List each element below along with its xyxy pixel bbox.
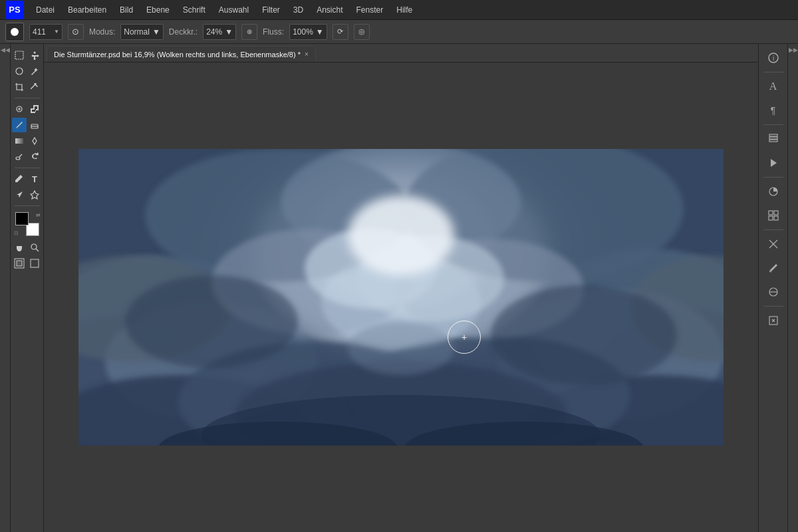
svg-line-6 [19, 154, 22, 157]
magic-wand-tool[interactable] [27, 64, 42, 78]
fluss-value: 100% [293, 27, 313, 37]
fullscreen-btn[interactable] [27, 256, 42, 271]
svg-point-1 [16, 68, 23, 74]
collapse-icon: ◀◀ [1, 47, 10, 53]
brush-size-input[interactable] [33, 27, 53, 37]
menu-filter[interactable]: Filter [257, 4, 285, 16]
smudge-tool[interactable] [27, 150, 42, 164]
hand-tool[interactable] [12, 240, 27, 255]
menu-bearbeiten[interactable]: Bearbeiten [63, 4, 112, 16]
menu-hilfe[interactable]: Hilfe [391, 4, 418, 16]
deckkraft-arrow: ▼ [225, 27, 233, 37]
layers-panel-icon[interactable] [762, 128, 785, 150]
brush-panel-icon2[interactable] [762, 257, 785, 279]
character-panel-icon[interactable]: A [762, 75, 785, 98]
color-panel-icon[interactable] [762, 180, 785, 203]
brush-size-arrow[interactable]: ▼ [54, 29, 59, 35]
character-icon-label: A [769, 80, 777, 92]
blur-tool[interactable] [27, 134, 42, 148]
tool-group-brush [12, 118, 42, 132]
eraser-tool[interactable] [27, 118, 42, 132]
spot-healing-tool[interactable] [12, 102, 27, 116]
text-tool[interactable]: T [27, 172, 42, 186]
tool-sep-1 [15, 98, 40, 98]
left-panel-collapse[interactable]: ◀◀ [0, 44, 11, 532]
adjustments-panel-icon[interactable] [762, 281, 785, 303]
menu-3d[interactable]: 3D [288, 4, 309, 16]
path-selection-tool[interactable] [12, 188, 27, 202]
optionsbar: ▼ ⊙ Modus: Normal ▼ Deckkr.: 24% ▼ ⊛ Flu… [0, 20, 798, 44]
right-sep-5 [763, 306, 783, 307]
menu-auswahl[interactable]: Auswahl [213, 4, 254, 16]
canvas-image[interactable] [78, 149, 724, 446]
play-panel-icon[interactable] [762, 152, 785, 174]
lasso-tool[interactable] [12, 64, 27, 78]
menu-fenster[interactable]: Fenster [351, 4, 389, 16]
pen-tool[interactable] [12, 172, 27, 186]
menu-schrift[interactable]: Schrift [178, 4, 211, 16]
svg-rect-48 [769, 140, 777, 142]
brush-options-icon[interactable]: ⊙ [68, 24, 84, 40]
svg-text:i: i [772, 55, 773, 62]
modus-arrow: ▼ [152, 27, 160, 37]
menu-ansicht[interactable]: Ansicht [311, 4, 348, 16]
airbrush-icon[interactable]: ⊛ [241, 24, 257, 40]
right-panel-collapse[interactable]: ▶▶ [787, 44, 798, 532]
tool-sep-2 [15, 168, 40, 168]
tool-group-hand [12, 240, 42, 255]
svg-rect-49 [769, 134, 777, 136]
marquee-tool[interactable] [12, 48, 27, 63]
standard-mode-btn[interactable] [12, 256, 27, 271]
menu-bild[interactable]: Bild [114, 4, 138, 16]
brush-size-box[interactable]: ▼ [29, 24, 63, 40]
right-sep-4 [763, 229, 783, 230]
reset-colors-icon[interactable]: ⊡ [14, 230, 19, 236]
svg-rect-10 [17, 261, 22, 266]
right-panels: i A ¶ [758, 44, 787, 532]
svg-point-7 [31, 244, 37, 249]
mask-panel-icon[interactable] [762, 309, 785, 332]
symmetry-icon[interactable]: ◎ [354, 24, 370, 40]
grid-panel-icon[interactable] [762, 204, 785, 227]
canvas-viewport[interactable] [44, 63, 758, 532]
gradient-tool[interactable] [12, 134, 27, 148]
info-panel-icon[interactable]: i [762, 47, 785, 69]
fluss-dropdown[interactable]: 100% ▼ [289, 24, 327, 40]
tab-label: Die Sturmtänzer.psd bei 16,9% (Wolken re… [54, 51, 301, 59]
tab-close-button[interactable]: × [305, 51, 309, 58]
modus-value: Normal [124, 27, 150, 37]
menu-ebene[interactable]: Ebene [141, 4, 175, 16]
fluss-arrow: ▼ [316, 27, 324, 37]
right-sep-1 [763, 72, 783, 72]
color-swatches[interactable]: ⊡ ⇄ [15, 212, 39, 236]
dodge-tool[interactable] [12, 150, 27, 164]
clone-stamp-tool[interactable] [27, 102, 42, 116]
svg-rect-54 [769, 216, 773, 220]
swap-colors-icon[interactable]: ⇄ [36, 212, 41, 218]
foreground-color-swatch[interactable] [15, 212, 29, 225]
svg-point-40 [491, 285, 677, 385]
brush-tool[interactable] [12, 118, 27, 132]
document-tab[interactable]: Die Sturmtänzer.psd bei 16,9% (Wolken re… [47, 46, 316, 62]
svg-point-39 [125, 275, 298, 368]
shape-tool[interactable] [27, 188, 42, 202]
deckkraft-label: Deckkr.: [169, 27, 198, 37]
modus-dropdown[interactable]: Normal ▼ [120, 24, 164, 40]
move-tool[interactable] [27, 48, 42, 63]
tool-group-dodge [12, 150, 42, 164]
crop-tool[interactable] [12, 80, 27, 94]
menu-datei[interactable]: Datei [31, 4, 60, 16]
deckkraft-dropdown[interactable]: 24% ▼ [203, 24, 236, 40]
brush-dot [11, 28, 19, 36]
brush-preview[interactable] [5, 23, 24, 41]
svg-rect-11 [31, 259, 39, 267]
smoothing-icon[interactable]: ⟳ [332, 24, 348, 40]
zoom-tool[interactable] [27, 240, 42, 255]
paragraph-panel-icon[interactable]: ¶ [762, 99, 785, 122]
svg-point-38 [348, 196, 454, 275]
eyedropper-tool[interactable] [27, 80, 42, 94]
svg-point-5 [16, 157, 20, 160]
tool-group-lasso [12, 64, 42, 78]
fx-panel-icon[interactable] [762, 233, 785, 255]
right-sep-3 [763, 177, 783, 178]
